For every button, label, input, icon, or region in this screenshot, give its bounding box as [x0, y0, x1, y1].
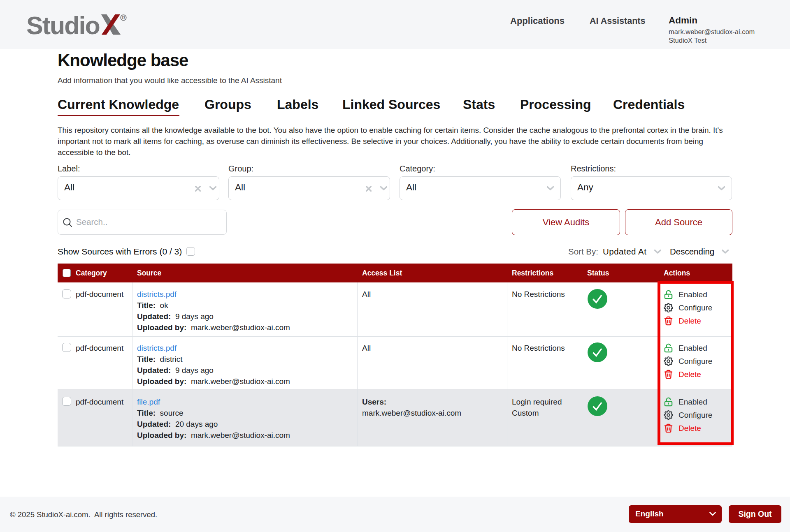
svg-text:Studio: Studio [26, 14, 100, 38]
svg-text:R: R [122, 15, 125, 20]
